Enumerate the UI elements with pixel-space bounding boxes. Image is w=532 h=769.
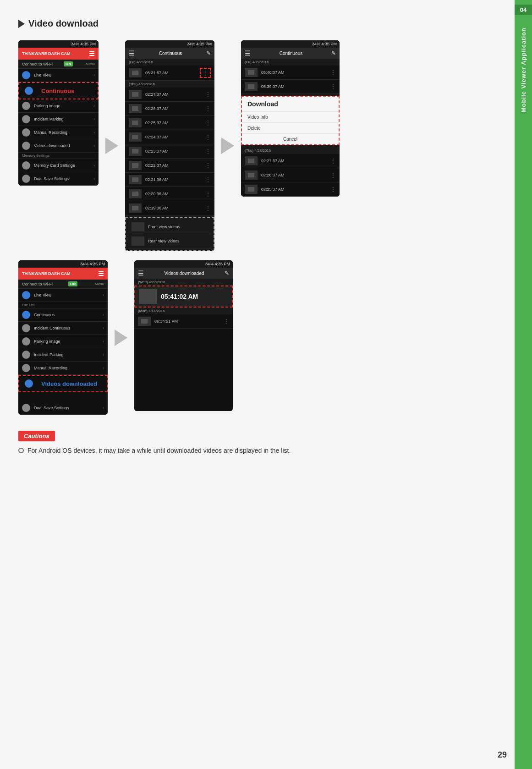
caution-text-content: For Android OS devices, it may take a wh… (27, 447, 291, 454)
screen2-header: ☰ Continuous ✎ (125, 48, 214, 59)
screen3-item-1[interactable]: 05:40:07 AM ⋮ (241, 66, 340, 80)
screen2-item-3[interactable]: 02:26:37 AM ⋮ (125, 102, 214, 116)
screen4-videos-downloaded-highlight[interactable]: Videos downloaded (18, 375, 108, 392)
screen1-videos-downloaded[interactable]: Videos downloaded › (18, 139, 99, 153)
download-popup: Download Video Info Delete Cancel (241, 96, 340, 145)
chapter-number: 04 (515, 5, 532, 15)
screen1-header: THINKWARE DASH CAM ☰ (18, 48, 99, 60)
screen1-wifi: Connect to Wi-Fi ON Menu (18, 60, 99, 69)
arrow-2-3 (221, 137, 234, 154)
top-screenshots-row: 34% 4:35 PM THINKWARE DASH CAM ☰ Connect… (18, 40, 501, 251)
screen1-continuous-highlight[interactable]: Continuous (18, 82, 99, 99)
arrow-4-5 (115, 330, 127, 346)
screen5-date2: (Mon) 3/14/2016 (134, 308, 233, 314)
screen4-parking-image[interactable]: Parking image › (18, 335, 108, 348)
screen1-live-view[interactable]: Live View › (18, 69, 99, 82)
screen4-incident-parking[interactable]: Incident Parking › (18, 348, 108, 362)
screen1-status: 34% 4:35 PM (18, 40, 99, 48)
cautions-section: Cautions For Android OS devices, it may … (18, 431, 501, 454)
screen4-live-view[interactable]: Live View › (18, 289, 108, 302)
screen4-dual-save[interactable]: Dual Save Settings › (18, 401, 108, 415)
screen2-item-10[interactable]: 02:19:36 AM ⋮ (125, 201, 214, 215)
screen5-date1: (Wed) 4/27/2016 (134, 279, 233, 286)
screen2-date1: (Fri) 4/29/2016 (125, 59, 214, 66)
screen1-memory-sep: Memory Settings (18, 153, 99, 159)
triangle-icon (18, 20, 25, 28)
screen2-item-4[interactable]: 02:25:37 AM ⋮ (125, 116, 214, 130)
screen4-status: 34% 4:35 PM (18, 260, 108, 268)
screen4-file-list-sep: File List (18, 302, 108, 308)
screen4-manual-recording[interactable]: Manual Recording › (18, 362, 108, 375)
cancel-option[interactable]: Cancel (242, 134, 339, 144)
screen2-item-6[interactable]: 02:23:37 AM ⋮ (125, 144, 214, 159)
screen1-manual-recording[interactable]: Manual Recording › (18, 126, 99, 139)
screen3-status: 34% 4:35 PM (241, 40, 340, 48)
arrow-1-2 (105, 137, 118, 154)
screen3-item-5[interactable]: 02:25:37 AM ⋮ (241, 182, 340, 197)
screen3-item-4[interactable]: 02:26:37 AM ⋮ (241, 168, 340, 182)
screen1: 34% 4:35 PM THINKWARE DASH CAM ☰ Connect… (18, 40, 99, 186)
screen5-status: 34% 4:35 PM (134, 260, 233, 268)
screen2-item-8[interactable]: 02:21:36 AM ⋮ (125, 173, 214, 187)
screen3-item-2[interactable]: 05:39:07 AM ⋮ (241, 80, 340, 94)
main-content: Video download 34% 4:35 PM THINKWARE DAS… (0, 0, 515, 769)
screen4-header: THINKWARE DASH CAM ☰ (18, 268, 108, 280)
screen2-status: 34% 4:35 PM (125, 40, 214, 48)
sub-menu-box: Front view videos Rear view videos (125, 217, 214, 251)
screen1-incident-parking[interactable]: Incident Parking › (18, 113, 99, 126)
bullet-circle (18, 448, 24, 453)
screen2-item-2[interactable]: 02:27:37 AM ⋮ (125, 88, 214, 102)
section-title-text: Video download (28, 18, 99, 29)
screen4-incident-continuous[interactable]: Incident Continuous › (18, 322, 108, 335)
section-title: Video download (18, 18, 501, 29)
screen4-continuous[interactable]: Continuous › (18, 308, 108, 322)
screen5-item-2[interactable]: 06:34:51 PM ⋮ (134, 314, 233, 329)
screen4-wifi: Connect to Wi-Fi ON Menu (18, 280, 108, 289)
bottom-screenshots-row: 34% 4:35 PM THINKWARE DASH CAM ☰ Connect… (18, 260, 501, 415)
cautions-badge: Cautions (18, 431, 55, 441)
screen3-date2: (Thu) 4/28/2016 (241, 147, 340, 154)
screen3-header: ☰ Continuous ✎ (241, 48, 340, 59)
screen3-item-3[interactable]: 02:27:37 AM ⋮ (241, 154, 340, 168)
front-view-item[interactable]: Front view videos (128, 220, 212, 234)
screen2-item-9[interactable]: 02:20:36 AM ⋮ (125, 187, 214, 201)
download-button[interactable]: Download (242, 97, 339, 112)
screen2-item-5[interactable]: 02:24:37 AM ⋮ (125, 130, 214, 144)
screen5-large-item[interactable]: 05:41:02 AM (134, 286, 233, 308)
screen1-dual-save[interactable]: Dual Save Settings › (18, 172, 99, 186)
rear-view-item[interactable]: Rear view videos (128, 234, 212, 248)
screen3: 34% 4:35 PM ☰ Continuous ✎ (Fri) 4/29/20… (241, 40, 340, 197)
screen1-memory-card[interactable]: Memory Card Settings › (18, 159, 99, 172)
screen5: 34% 4:35 PM ☰ Videos downloaded ✎ (Wed) … (134, 260, 233, 411)
screen5-empty-area (134, 329, 233, 411)
screen2: 34% 4:35 PM ☰ Continuous ✎ (Fri) 4/29/20… (125, 40, 214, 251)
screen2-date2: (Thu) 4/28/2016 (125, 81, 214, 88)
chapter-label: Mobile Viewer Application (520, 27, 527, 112)
screen2-first-item-wrapper: 05:31:57 AM ⋮ (125, 66, 214, 81)
side-tab: 04 Mobile Viewer Application (515, 0, 532, 769)
screen2-item-1[interactable]: 05:31:57 AM ⋮ (125, 66, 214, 81)
screen3-date1: (Fri) 4/29/2016 (241, 59, 340, 66)
screen2-dots-highlighted[interactable]: ⋮ (200, 68, 211, 78)
screen5-header: ☰ Videos downloaded ✎ (134, 268, 233, 279)
delete-option[interactable]: Delete (242, 123, 339, 134)
screen1-parking-image[interactable]: Parking image › (18, 99, 99, 113)
screen2-item-7[interactable]: 02:22:37 AM ⋮ (125, 159, 214, 173)
screen4-videos-downloaded-label: Videos downloaded (41, 380, 97, 387)
video-info-option[interactable]: Video Info (242, 112, 339, 123)
caution-text: For Android OS devices, it may take a wh… (18, 447, 501, 454)
screen4: 34% 4:35 PM THINKWARE DASH CAM ☰ Connect… (18, 260, 108, 415)
